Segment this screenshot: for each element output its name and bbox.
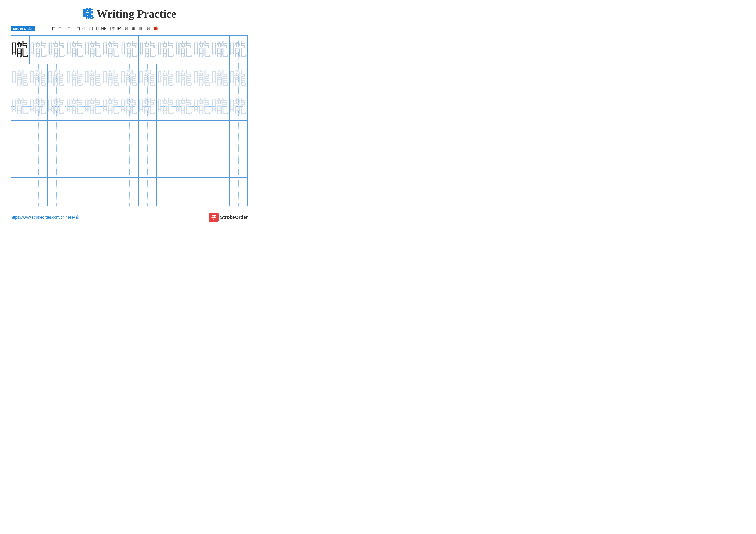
grid-cell-3-5[interactable]: 嚨 [84, 92, 102, 120]
grid-cell-5-13[interactable] [230, 149, 247, 177]
grid-cell-5-10[interactable] [175, 149, 193, 177]
grid-row-1: 嚨 嚨 嚨 嚨 嚨 嚨 嚨 嚨 嚨 嚨 嚨 嚨 [11, 36, 247, 64]
grid-cell-4-13[interactable] [230, 121, 247, 149]
stroke-step-1: 丨 [36, 26, 42, 31]
grid-cell-6-3[interactable] [48, 178, 66, 206]
grid-cell-2-5[interactable]: 嚨 [84, 64, 102, 92]
grid-cell-2-2[interactable]: 嚨 [29, 64, 47, 92]
grid-cell-3-7[interactable]: 嚨 [120, 92, 138, 120]
grid-cell-6-6[interactable] [102, 178, 120, 206]
footer-url[interactable]: https://www.strokeorder.com/chinese/嚨 [11, 215, 79, 220]
grid-cell-3-9[interactable]: 嚨 [157, 92, 175, 120]
grid-cell-6-1[interactable] [11, 178, 29, 206]
grid-cell-5-2[interactable] [29, 149, 47, 177]
grid-cell-2-11[interactable]: 嚨 [193, 64, 211, 92]
grid-cell-4-1[interactable] [11, 121, 29, 149]
grid-cell-2-8[interactable]: 嚨 [139, 64, 157, 92]
char-display: 嚨 [30, 41, 47, 58]
char-display: 嚨 [175, 98, 192, 115]
grid-cell-4-4[interactable] [66, 121, 84, 149]
grid-cell-5-11[interactable] [193, 149, 211, 177]
grid-cell-4-9[interactable] [157, 121, 175, 149]
grid-cell-3-6[interactable]: 嚨 [102, 92, 120, 120]
stroke-step-4: 口丨 [58, 26, 66, 31]
grid-cell-1-10[interactable]: 嚨 [175, 36, 193, 64]
grid-cell-2-12[interactable]: 嚨 [211, 64, 229, 92]
grid-cell-2-1[interactable]: 嚨 [11, 64, 29, 92]
grid-cell-2-4[interactable]: 嚨 [66, 64, 84, 92]
grid-cell-3-13[interactable]: 嚨 [230, 92, 247, 120]
grid-row-3: 嚨 嚨 嚨 嚨 嚨 嚨 嚨 嚨 嚨 嚨 嚨 嚨 嚨 [11, 92, 247, 121]
grid-cell-4-6[interactable] [102, 121, 120, 149]
stroke-step-8: 囗冊 [98, 26, 106, 31]
grid-cell-5-6[interactable] [102, 149, 120, 177]
grid-cell-4-2[interactable] [29, 121, 47, 149]
char-display: 嚨 [194, 41, 211, 58]
grid-cell-3-10[interactable]: 嚨 [175, 92, 193, 120]
grid-cell-3-4[interactable]: 嚨 [66, 92, 84, 120]
grid-cell-6-5[interactable] [84, 178, 102, 206]
grid-row-2: 嚨 嚨 嚨 嚨 嚨 嚨 嚨 嚨 嚨 嚨 嚨 嚨 嚨 [11, 64, 247, 92]
grid-cell-3-11[interactable]: 嚨 [193, 92, 211, 120]
grid-cell-4-11[interactable] [193, 121, 211, 149]
grid-cell-1-8[interactable]: 嚨 [139, 36, 157, 64]
grid-cell-1-13[interactable]: 嚨 [230, 36, 247, 64]
grid-cell-1-1[interactable]: 嚨 [11, 36, 30, 64]
stroke-step-7: 囗冂 [89, 26, 97, 31]
grid-cell-6-2[interactable] [29, 178, 47, 206]
grid-cell-3-1[interactable]: 嚨 [11, 92, 29, 120]
page-title: 嚨 Writing Practice [11, 7, 248, 21]
grid-cell-5-7[interactable] [120, 149, 138, 177]
grid-cell-5-3[interactable] [48, 149, 66, 177]
grid-cell-2-6[interactable]: 嚨 [102, 64, 120, 92]
grid-cell-1-2[interactable]: 嚨 [30, 36, 48, 64]
title-char: 嚨 [82, 8, 94, 20]
char-display: 嚨 [66, 98, 83, 115]
grid-cell-2-13[interactable]: 嚨 [230, 64, 247, 92]
char-display: 嚨 [157, 41, 174, 58]
grid-cell-1-4[interactable]: 嚨 [66, 36, 84, 64]
grid-cell-4-10[interactable] [175, 121, 193, 149]
grid-cell-1-6[interactable]: 嚨 [102, 36, 121, 64]
grid-cell-5-8[interactable] [139, 149, 157, 177]
grid-cell-2-9[interactable]: 嚨 [157, 64, 175, 92]
grid-cell-1-3[interactable]: 嚨 [48, 36, 66, 64]
grid-cell-6-8[interactable] [139, 178, 157, 206]
grid-cell-4-5[interactable] [84, 121, 102, 149]
grid-cell-3-2[interactable]: 嚨 [29, 92, 47, 120]
char-display: 嚨 [48, 69, 65, 87]
grid-cell-5-12[interactable] [211, 149, 229, 177]
grid-cell-4-7[interactable] [120, 121, 138, 149]
char-display: 嚨 [175, 69, 192, 87]
grid-cell-4-12[interactable] [211, 121, 229, 149]
char-display: 嚨 [85, 41, 102, 58]
grid-cell-1-7[interactable]: 嚨 [121, 36, 139, 64]
grid-cell-6-11[interactable] [193, 178, 211, 206]
grid-cell-6-4[interactable] [66, 178, 84, 206]
grid-cell-2-7[interactable]: 嚨 [120, 64, 138, 92]
grid-cell-3-8[interactable]: 嚨 [139, 92, 157, 120]
grid-cell-6-9[interactable] [157, 178, 175, 206]
grid-cell-2-10[interactable]: 嚨 [175, 64, 193, 92]
grid-cell-1-12[interactable]: 嚨 [211, 36, 229, 64]
grid-cell-1-9[interactable]: 嚨 [157, 36, 175, 64]
grid-cell-2-3[interactable]: 嚨 [48, 64, 66, 92]
grid-cell-3-12[interactable]: 嚨 [211, 92, 229, 120]
grid-cell-1-11[interactable]: 嚨 [193, 36, 211, 64]
grid-cell-4-3[interactable] [48, 121, 66, 149]
char-display: 嚨 [230, 69, 247, 87]
grid-cell-4-8[interactable] [139, 121, 157, 149]
grid-cell-6-10[interactable] [175, 178, 193, 206]
grid-cell-5-1[interactable] [11, 149, 29, 177]
grid-cell-5-5[interactable] [84, 149, 102, 177]
grid-cell-3-3[interactable]: 嚨 [48, 92, 66, 120]
grid-cell-6-13[interactable] [230, 178, 247, 206]
stroke-order-row: Stroke Order 丨 𠃌 口 口丨 口㇗ 口㇔㇗ 囗冂 囗冊 囗農 喉 … [11, 26, 248, 31]
grid-cell-1-5[interactable]: 嚨 [84, 36, 102, 64]
logo-area: 字 StrokeOrder [209, 213, 248, 222]
grid-cell-5-4[interactable] [66, 149, 84, 177]
grid-cell-5-9[interactable] [157, 149, 175, 177]
grid-cell-6-7[interactable] [120, 178, 138, 206]
logo-text: StrokeOrder [220, 215, 248, 220]
grid-cell-6-12[interactable] [211, 178, 229, 206]
